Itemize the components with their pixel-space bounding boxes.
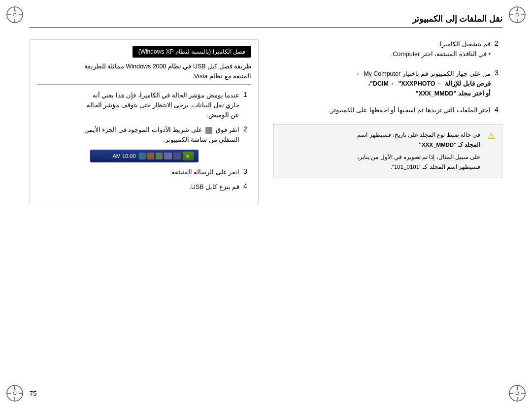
winxp-step-2: 2 انقر فوق على شريط الأدوات الموجود في ا… [37, 125, 251, 145]
step-3-text3-bold: أو اختر مجلد "XXX_MMDD" [416, 90, 491, 97]
step-3-text2-bold: قرص قابل للإزالة ← DCIM ← "XXXPHOTO"، [368, 80, 491, 87]
svg-point-22 [516, 392, 519, 395]
svg-marker-20 [14, 386, 16, 390]
winxp-section: فصل الكاميرا (بالنسبة لنظام Windows XP) … [30, 39, 259, 204]
taskbar-icon3 [156, 153, 163, 159]
winxp-step-3: 3 انقر على الرسالة المنبثقة. [37, 167, 251, 177]
svg-point-15 [13, 392, 16, 395]
step-4-row: 4 اختر الملفات التي تريدها ثم اسحبها أو … [273, 105, 502, 115]
taskbar-icon2 [164, 153, 172, 159]
note-box: ⚠ في حالة ضبط نوع المجلد على تاريخ، فسيظ… [273, 124, 502, 178]
winxp-step-1-body: عندما يومض مؤشر الحالة في الكاميرا، فإن … [37, 91, 239, 120]
taskbar-icon5 [139, 153, 146, 159]
taskbar-icon1 [173, 153, 181, 159]
warning-icon: ⚠ [487, 130, 495, 141]
page-title: نقل الملفات إلى الكمبيوتر [412, 14, 502, 24]
note-bullet1: في حالة ضبط نوع المجلد على تاريخ، فسيظهر… [281, 130, 480, 150]
page-number: 75 [30, 390, 36, 397]
step-3-text3: أو اختر مجلد "XXX_MMDD" [273, 89, 491, 98]
winxp-step-3-number: 3 [243, 167, 251, 175]
note-bullet2: على سبيل المثال، إذا تم تصويره في الأول … [281, 153, 480, 172]
winxp-step-1-text1: عندما يومض مؤشر الحالة في الكاميرا، فإن … [37, 91, 239, 100]
winxp-step-3-body: انقر على الرسالة المنبثقة. [37, 167, 239, 177]
step-3-text2: قرص قابل للإزالة ← DCIM ← "XXXPHOTO"، [273, 79, 491, 89]
step-3-body: من على جهاز الكمبيوتر قم باختيار My Comp… [273, 69, 491, 98]
step-3-text1: من على جهاز الكمبيوتر قم باختيار My Comp… [273, 69, 491, 79]
step-3-row: 3 من على جهاز الكمبيوتر قم باختيار My Co… [273, 69, 502, 98]
main-content: 2 قم بتشغيل الكاميرا. في النافذة المنبثق… [30, 39, 502, 378]
taskbar-time: 10:00 AM [112, 153, 135, 159]
step-2-number: 2 [495, 39, 502, 47]
svg-point-8 [516, 13, 519, 16]
winxp-step-4-number: 4 [243, 182, 251, 190]
winxp-step-4-text: قم بنزع كابل USB. [37, 182, 239, 192]
taskbar-icons-group: ⊞ [139, 152, 194, 160]
note-content: في حالة ضبط نوع المجلد على تاريخ، فسيظهر… [281, 130, 480, 172]
page-title-bar: نقل الملفات إلى الكمبيوتر [30, 14, 502, 28]
winxp-text1: طريقة فصل كبل USB في نظام Windows 2000 م… [37, 62, 251, 71]
winxp-step-2-number: 2 [243, 125, 251, 133]
taskbar-screenshot: ⊞ 10:00 AM [90, 150, 199, 162]
compass-bottom-right-icon [508, 384, 526, 402]
page-container: نقل الملفات إلى الكمبيوتر 2 قم بتشغيل ال… [0, 0, 532, 408]
step-3: 3 من على جهاز الكمبيوتر قم باختيار My Co… [273, 69, 502, 98]
winxp-step-1-text2: جاري نقل البيانات. يرجى الانتظار حتى يتو… [37, 100, 239, 110]
compass-top-left-icon [6, 6, 24, 24]
step-4-body: اختر الملفات التي تريدها ثم اسحبها أو اح… [273, 105, 491, 115]
svg-marker-27 [516, 386, 518, 390]
winxp-step-2-text3: السفلي من شاشة الكمبيوتر. [37, 135, 239, 145]
winxp-step-2-body: انقر فوق على شريط الأدوات الموجود في الج… [37, 125, 239, 145]
start-button: ⊞ [183, 152, 194, 160]
step-4-text: اختر الملفات التي تريدها ثم اسحبها أو اح… [273, 105, 491, 115]
compass-top-right-icon [508, 6, 526, 24]
svg-marker-13 [516, 8, 518, 12]
winxp-step-3-text: انقر على الرسالة المنبثقة. [37, 167, 239, 177]
svg-marker-6 [14, 8, 16, 12]
winxp-step-4: 4 قم بنزع كابل USB. [37, 182, 251, 192]
taskbar-icon-inline [205, 127, 212, 134]
winxp-step-1-text3: عن الوميض. [37, 110, 239, 120]
taskbar-icon4 [147, 153, 154, 159]
step-2-bullet: في النافذة المنبثقة، اختر Computer. [273, 49, 491, 59]
step-3-number: 3 [495, 69, 502, 77]
step-2-text: قم بتشغيل الكاميرا. [273, 39, 491, 49]
divider [37, 84, 251, 85]
step-4-number: 4 [495, 105, 502, 113]
winxp-step-1-number: 1 [243, 91, 251, 98]
winxp-text2: المتبعة مع نظام Vista. [37, 71, 251, 81]
winxp-title: فصل الكاميرا (بالنسبة لنظام Windows XP) [133, 46, 251, 58]
note-bullet1-bold: المجلد كـ "XXX_MMDD" [419, 142, 480, 148]
step-2-row: 2 قم بتشغيل الكاميرا. في النافذة المنبثق… [273, 39, 502, 62]
step-4: 4 اختر الملفات التي تريدها ثم اسحبها أو … [273, 105, 502, 115]
start-icon: ⊞ [186, 154, 190, 158]
winxp-step-2-text: انقر فوق على شريط الأدوات الموجود في الج… [37, 125, 239, 135]
step-2: 2 قم بتشغيل الكاميرا. في النافذة المنبثق… [273, 39, 502, 62]
svg-point-1 [13, 13, 16, 16]
left-column: فصل الكاميرا (بالنسبة لنظام Windows XP) … [30, 39, 259, 378]
compass-bottom-left-icon [6, 384, 24, 402]
winxp-step-1: 1 عندما يومض مؤشر الحالة في الكاميرا، فإ… [37, 91, 251, 120]
right-column: 2 قم بتشغيل الكاميرا. في النافذة المنبثق… [273, 39, 502, 378]
winxp-step-4-body: قم بنزع كابل USB. [37, 182, 239, 192]
step-2-body: قم بتشغيل الكاميرا. في النافذة المنبثقة،… [273, 39, 491, 62]
